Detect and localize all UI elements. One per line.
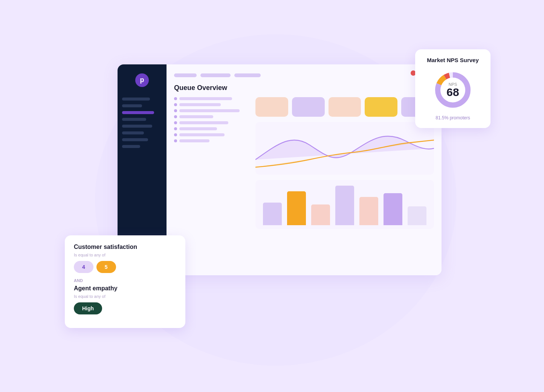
bar-chart (255, 180, 434, 229)
filter-chips: 4 5 (74, 261, 176, 273)
main-content: Queue Overview (167, 64, 442, 275)
list-bar (179, 109, 240, 112)
nps-donut: NPS 68 (432, 69, 474, 111)
chip-5[interactable]: 5 (96, 261, 116, 273)
sidebar-nav (122, 98, 162, 148)
logo-text: p (140, 76, 144, 84)
nav-pill[interactable] (174, 73, 197, 77)
top-nav (174, 72, 434, 77)
list-bar (179, 97, 232, 100)
filter-chips-2: High (74, 302, 176, 314)
nps-card-title: Market NPS Survey (427, 57, 479, 63)
nav-pill[interactable] (200, 73, 231, 77)
sidebar-item[interactable] (122, 111, 154, 114)
list-bar (179, 103, 221, 106)
stats-row (255, 97, 434, 117)
list-dot (174, 133, 177, 136)
bar (359, 197, 378, 225)
sidebar-item[interactable] (122, 125, 152, 128)
queue-overview-title: Queue Overview (174, 84, 434, 92)
list-item (174, 109, 249, 112)
bar (263, 203, 282, 225)
filter-is-equal-label: Is equal to any of (74, 253, 176, 257)
filter-subtitle: Agent empathy (74, 285, 176, 292)
sidebar-item[interactable] (122, 118, 146, 121)
bar (384, 193, 402, 225)
line-chart (255, 122, 434, 175)
list-dot (174, 115, 177, 118)
chip-high[interactable]: High (74, 302, 102, 314)
list-item (174, 103, 249, 106)
list-dot (174, 127, 177, 130)
list-dot (174, 103, 177, 106)
list-dot (174, 139, 177, 142)
stat-card (255, 97, 288, 117)
charts-panel (255, 97, 434, 268)
nps-promoters: 81.5% promoters (436, 115, 470, 120)
list-item (174, 139, 249, 142)
list-panel (174, 97, 249, 268)
logo: p (135, 73, 149, 87)
list-bar (179, 121, 228, 124)
stat-card (292, 97, 325, 117)
filter-card: Customer satisfaction Is equal to any of… (65, 235, 185, 328)
list-bar (179, 139, 209, 142)
chip-4[interactable]: 4 (74, 261, 93, 273)
list-dot (174, 97, 177, 100)
sidebar-item[interactable] (122, 131, 144, 134)
list-item (174, 127, 249, 130)
bar (287, 191, 306, 225)
sidebar-item[interactable] (122, 98, 150, 101)
sidebar-item[interactable] (122, 145, 140, 148)
nav-pill[interactable] (234, 73, 261, 77)
list-bar (179, 127, 217, 130)
list-bar (179, 133, 225, 136)
bar (311, 204, 330, 225)
stat-card (329, 97, 361, 117)
list-item (174, 121, 249, 124)
content-area (174, 97, 434, 268)
bar (335, 186, 354, 225)
nps-value: 68 (446, 87, 459, 98)
list-dot (174, 109, 177, 112)
filter-is-equal-label2: Is equal to any of (74, 294, 176, 299)
list-item (174, 97, 249, 100)
list-dot (174, 121, 177, 124)
scene: p (65, 27, 479, 366)
bar (408, 206, 426, 225)
sidebar-item[interactable] (122, 138, 148, 141)
list-item (174, 115, 249, 118)
list-item (174, 133, 249, 136)
list-bar (179, 115, 213, 118)
and-label: AND (74, 278, 176, 283)
filter-card-title: Customer satisfaction (74, 244, 176, 250)
stat-card (365, 97, 397, 117)
sidebar-item[interactable] (122, 104, 142, 107)
nps-card: Market NPS Survey NPS 68 81.5% promoters (415, 49, 491, 128)
nps-center: NPS 68 (446, 82, 459, 98)
